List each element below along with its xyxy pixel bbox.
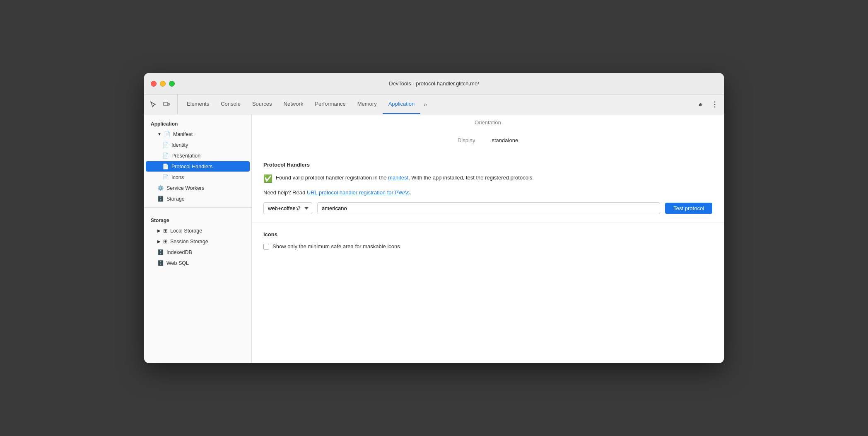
svg-rect-0 [164, 102, 168, 106]
more-tabs-button[interactable]: » [420, 94, 430, 114]
svg-point-4 [714, 106, 716, 107]
orientation-label: Orientation [475, 119, 501, 126]
device-icon[interactable] [161, 99, 172, 110]
sidebar-item-web-sql[interactable]: 🗄️ Web SQL [146, 258, 250, 268]
inspect-icon[interactable] [147, 99, 159, 110]
identity-file-icon: 📄 [162, 142, 169, 148]
protocol-input[interactable] [317, 202, 660, 214]
close-button[interactable] [151, 81, 157, 87]
protocol-file-icon: 📄 [162, 163, 169, 170]
success-text: Found valid protocol handler registratio… [276, 174, 534, 182]
protocol-handlers-section: Protocol Handlers ✅ Found valid protocol… [252, 153, 724, 223]
triangle-icon: ▼ [157, 132, 162, 136]
tabs: Elements Console Sources Network Perform… [181, 94, 691, 114]
help-text: Need help? Read URL protocol handler reg… [263, 189, 712, 196]
storage-db-icon: 🗄️ [157, 196, 164, 202]
session-storage-icon: ⊞ [163, 238, 168, 245]
sidebar-item-indexeddb[interactable]: 🗄️ IndexedDB [146, 247, 250, 257]
tab-console[interactable]: Console [215, 94, 246, 114]
local-storage-triangle-icon: ▶ [157, 228, 161, 233]
tab-application[interactable]: Application [383, 94, 421, 114]
maskable-checkbox-row: Show only the minimum safe area for mask… [263, 243, 712, 249]
display-value: standalone [492, 137, 518, 143]
local-storage-icon: ⊞ [163, 228, 168, 234]
tab-performance[interactable]: Performance [309, 94, 351, 114]
icons-section: Icons Show only the minimum safe area fo… [252, 223, 724, 258]
sidebar-divider [144, 207, 251, 208]
tab-network[interactable]: Network [278, 94, 309, 114]
sidebar-section-application: Application [144, 114, 251, 128]
more-options-icon[interactable] [709, 99, 721, 110]
tab-memory[interactable]: Memory [352, 94, 383, 114]
sidebar-item-local-storage[interactable]: ▶ ⊞ Local Storage [146, 225, 250, 236]
icons-title: Icons [263, 231, 712, 237]
sidebar-item-service-workers[interactable]: ⚙️ Service Workers [146, 183, 250, 193]
manifest-link[interactable]: manifest [388, 174, 408, 181]
sidebar-item-protocol-handlers[interactable]: 📄 Protocol Handlers [146, 161, 250, 172]
sidebar-item-icons[interactable]: 📄 Icons [146, 172, 250, 182]
maximize-button[interactable] [169, 81, 175, 87]
sidebar-item-storage-app[interactable]: 🗄️ Storage [146, 194, 250, 204]
window-title: DevTools - protocol-handler.glitch.me/ [389, 80, 479, 87]
sidebar-section-storage: Storage [144, 211, 251, 225]
indexeddb-icon: 🗄️ [157, 249, 164, 255]
success-check-icon: ✅ [263, 173, 272, 184]
protocol-success-message: ✅ Found valid protocol handler registrat… [263, 174, 712, 184]
sidebar: Application ▼ 📄 Manifest 📄 Identity 📄 Pr… [144, 114, 252, 363]
icons-file-icon: 📄 [162, 174, 169, 180]
minimize-button[interactable] [160, 81, 166, 87]
content-panel: Orientation Display standalone Protocol … [252, 114, 724, 363]
toolbar-right [691, 94, 721, 114]
svg-rect-1 [168, 103, 169, 105]
sidebar-item-manifest[interactable]: ▼ 📄 Manifest [146, 129, 250, 139]
toolbar: Elements Console Sources Network Perform… [144, 94, 724, 114]
pwa-link[interactable]: URL protocol handler registration for PW… [307, 189, 410, 196]
presentation-file-icon: 📄 [162, 153, 169, 159]
manifest-file-icon: 📄 [164, 131, 171, 137]
sidebar-item-session-storage[interactable]: ▶ ⊞ Session Storage [146, 236, 250, 247]
maskable-checkbox[interactable] [263, 244, 269, 249]
protocol-dropdown[interactable]: web+coffee:// [263, 202, 312, 214]
display-row: Display standalone [252, 134, 724, 153]
svg-point-2 [714, 101, 716, 102]
settings-icon[interactable] [694, 99, 706, 110]
display-label: Display [458, 137, 475, 143]
svg-point-3 [714, 104, 716, 105]
traffic-lights [151, 81, 175, 87]
test-protocol-button[interactable]: Test protocol [665, 203, 712, 214]
maskable-checkbox-label: Show only the minimum safe area for mask… [272, 243, 400, 249]
protocol-handlers-title: Protocol Handlers [263, 162, 712, 168]
session-storage-triangle-icon: ▶ [157, 239, 161, 244]
tab-elements[interactable]: Elements [181, 94, 215, 114]
main-area: Application ▼ 📄 Manifest 📄 Identity 📄 Pr… [144, 114, 724, 363]
devtools-window: DevTools - protocol-handler.glitch.me/ E… [144, 73, 724, 363]
sidebar-item-presentation[interactable]: 📄 Presentation [146, 150, 250, 161]
sidebar-item-identity[interactable]: 📄 Identity [146, 140, 250, 150]
protocol-controls: web+coffee:// Test protocol [263, 202, 712, 214]
tab-sources[interactable]: Sources [246, 94, 278, 114]
orientation-row: Orientation [252, 114, 724, 134]
titlebar: DevTools - protocol-handler.glitch.me/ [144, 73, 724, 94]
websql-icon: 🗄️ [157, 260, 164, 266]
toolbar-icons [147, 94, 178, 114]
service-worker-icon: ⚙️ [157, 185, 164, 191]
